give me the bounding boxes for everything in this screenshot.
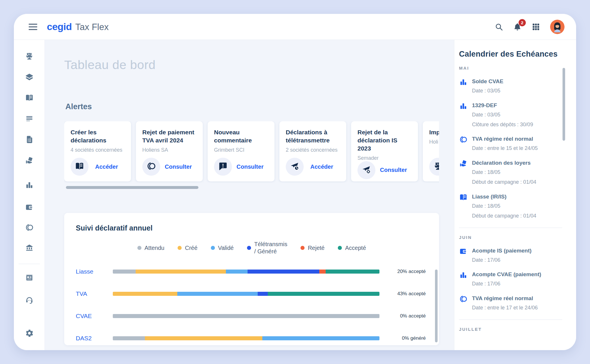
open-book-icon: [25, 93, 34, 103]
calendar-item-title: TVA régime réel normal: [472, 295, 538, 302]
card-action-link[interactable]: Accéder: [304, 164, 340, 170]
sidebar-item-coins[interactable]: [23, 222, 36, 234]
alert-card-icon-circle: [71, 158, 89, 176]
chart-row: CVAE0% accepté: [76, 311, 427, 321]
sidebar-item-layers[interactable]: [23, 71, 36, 84]
alert-card: Créer les déclarations4 sociétés concern…: [64, 121, 131, 181]
bar-segment-attendu: [113, 336, 145, 340]
sidebar-item-balance-scales[interactable]: [23, 50, 36, 63]
calendar-item-title: Liasse (IR/IS): [472, 194, 536, 200]
legend-dot: [178, 246, 182, 250]
calendar-item-title: TVA régime réel normal: [472, 136, 538, 142]
legend-dot: [247, 246, 251, 250]
vertical-scrollbar[interactable]: [435, 270, 438, 342]
bar-segment-accept-: [268, 292, 379, 296]
comment-alert-icon: [218, 161, 228, 172]
alert-card-subtitle: 4 sociétés concernées: [71, 147, 125, 153]
calendar-month-label: MAI: [459, 66, 562, 70]
chart-row-label[interactable]: TVA: [76, 290, 113, 297]
card-action-link[interactable]: Consulter: [160, 164, 196, 170]
card-action-link[interactable]: Accéder: [89, 164, 125, 170]
alert-card-subtitle: Semader: [357, 155, 412, 161]
alert-card: ImpHoli: [423, 121, 439, 181]
bar-segment-cr-: [113, 292, 177, 296]
calendar-item-date: Début de campagne : 01/04: [472, 212, 536, 220]
user-avatar[interactable]: [550, 20, 565, 34]
calendar-item: 1329-DEFDate : 03/05Clôture des dépôts :…: [459, 102, 562, 128]
calendar-sections: MAISolde CVAEDate : 03/051329-DEFDate : …: [459, 66, 562, 340]
alert-card-icon-circle: [286, 158, 304, 176]
bar-segment-attendu: [113, 270, 136, 274]
calendar-item-title: Déclaration des loyers: [472, 160, 536, 166]
alert-card-icon-circle: [429, 158, 439, 176]
layers-icon: [25, 73, 34, 83]
sidebar-item-bar-chart[interactable]: [23, 179, 36, 192]
sidebar-item-bank[interactable]: [23, 242, 36, 254]
sidebar-item-open-book[interactable]: [23, 92, 36, 105]
text-lines-icon: [25, 114, 34, 124]
legend-item: Accepté: [338, 244, 366, 252]
sidebar-item-gear[interactable]: [23, 327, 36, 340]
headset-icon: [25, 296, 34, 306]
sidebar-item-text-lines[interactable]: [23, 113, 36, 125]
open-book-icon: [75, 161, 84, 172]
calendar-item: Acompte CVAE (paiement)Date : 17/06: [459, 271, 562, 287]
calendar-item-date: Date : 03/05: [472, 111, 533, 118]
alert-card-subtitle: Holiens SA: [142, 147, 196, 153]
card-action-link[interactable]: Consulter: [375, 167, 412, 173]
bar-segment-accept-: [326, 270, 379, 274]
calendar-section-juin: JUINAcompte IS (paiement)Date : 17/06Aco…: [459, 235, 562, 320]
annual-declarations-chart: Suivi déclaratif annuel AttenduCrééValid…: [64, 213, 439, 345]
top-bar: cegid Tax Flex 2: [14, 14, 576, 40]
sidebar-item-headset[interactable]: [23, 294, 36, 307]
vertical-scrollbar[interactable]: [563, 68, 565, 141]
bar-chart-icon: [459, 102, 468, 110]
sidebar-item-hand-document[interactable]: [23, 155, 36, 167]
calendar-item-text: Déclaration des loyersDate : 18/05Début …: [472, 160, 536, 186]
legend-item: Télétransmis / Généré: [247, 241, 287, 255]
alert-card: Nouveau commentaireGrimbert SCIConsulter: [208, 121, 274, 181]
calendar-item: TVA régime réel normalDate : entre le 15…: [459, 136, 562, 152]
coins-icon: [146, 161, 156, 172]
brand-name: cegid: [47, 21, 72, 32]
alert-card-subtitle: Grimbert SCI: [214, 147, 268, 153]
alerts-heading: Alertes: [65, 102, 92, 111]
header-actions: 2: [495, 20, 565, 34]
coins-icon: [459, 135, 468, 144]
bar-segment-cr-: [145, 336, 263, 340]
chart-row-annotation: 0% généré: [388, 335, 427, 341]
horizontal-scrollbar[interactable]: [66, 186, 198, 189]
apps-grid-icon[interactable]: [532, 23, 540, 31]
notifications-button[interactable]: 2: [513, 23, 522, 31]
gear-icon: [25, 329, 34, 339]
chart-row: DAS20% généré: [76, 333, 427, 343]
chart-row-annotation: 0% accepté: [388, 313, 427, 319]
sidebar-item-wallet[interactable]: [23, 201, 36, 214]
main-content: Tableau de bord Alertes Créer les déclar…: [45, 40, 454, 350]
calendar-item-date: Date : 17/06: [472, 280, 541, 287]
hamburger-menu-icon[interactable]: [28, 23, 38, 31]
calendar-item-title: Acompte CVAE (paiement): [472, 271, 541, 278]
legend-item: Créé: [178, 244, 197, 252]
chart-row: Liasse20% accepté: [76, 267, 427, 276]
sidebar-item-document-list[interactable]: [23, 133, 36, 146]
chart-row-label[interactable]: DAS2: [76, 335, 113, 342]
chart-row-label[interactable]: Liasse: [76, 268, 113, 275]
news-icon: [25, 273, 34, 283]
chart-row-annotation: 20% accepté: [388, 269, 427, 274]
legend-label: Attendu: [145, 244, 165, 252]
calendar-item-text: TVA régime réel normalDate : entre le 17…: [472, 295, 538, 311]
card-action-link[interactable]: Consulter: [232, 164, 268, 170]
bar-segment-valid-: [262, 336, 379, 340]
legend-label: Validé: [218, 244, 234, 252]
chart-legend: AttenduCrééValidéTélétransmis / GénéréRe…: [99, 241, 404, 255]
calendar-item-text: TVA régime réel normalDate : entre le 15…: [472, 136, 538, 152]
sidebar-item-news[interactable]: [23, 272, 36, 284]
chart-row-bar: [113, 292, 379, 296]
calendar-month-label: JUILLET: [459, 327, 562, 332]
chart-rows: Liasse20% acceptéTVA43% acceptéCVAE0% ac…: [76, 267, 427, 350]
search-icon[interactable]: [495, 23, 503, 31]
chart-row-label[interactable]: CVAE: [76, 313, 113, 320]
calendar-item-date: Date : 18/05: [472, 169, 536, 176]
calendar-item: Acompte IS (paiement)Date : 17/06: [459, 248, 562, 264]
